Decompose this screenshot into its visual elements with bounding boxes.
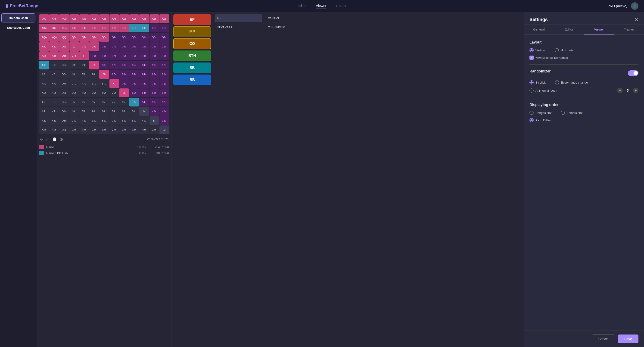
cell-A4s[interactable]: A4s <box>139 14 149 23</box>
position-CO[interactable]: CO <box>173 38 211 49</box>
cell-54s[interactable]: 54s <box>139 98 149 106</box>
cell-64o[interactable]: 64o <box>120 107 129 116</box>
cell-84s[interactable]: 84s <box>139 70 149 79</box>
cell-K6o[interactable]: K6o <box>49 88 59 97</box>
cell-74s[interactable]: 74s <box>139 79 149 88</box>
cell-T6s[interactable]: T6s <box>120 52 129 60</box>
cell-A6o[interactable]: A6o <box>39 88 49 97</box>
copy-icon[interactable]: 📋 <box>52 137 57 142</box>
cell-A8o[interactable]: A8o <box>39 70 49 79</box>
cell-Q4s[interactable]: Q4s <box>139 33 149 42</box>
cell-K9s[interactable]: K9s <box>89 24 99 32</box>
scenario-3bet-ep[interactable]: 3Bet vs EP <box>215 24 262 31</box>
cell-AJs[interactable]: AJs <box>70 14 79 23</box>
cell-AQs[interactable]: AQs <box>59 14 69 23</box>
cell-AA[interactable]: AA <box>39 14 49 23</box>
cell-J5s[interactable]: J5s <box>129 42 139 51</box>
avatar[interactable]: 👤 <box>631 2 638 10</box>
cell-AKo[interactable]: AKo <box>39 24 49 32</box>
cell-ATs[interactable]: ATs <box>79 14 89 23</box>
cell-KQs[interactable]: KQs <box>59 24 69 32</box>
tab-viewer[interactable]: Viewer <box>584 25 614 34</box>
cell-72s[interactable]: 72s <box>160 79 169 88</box>
cell-86o[interactable]: 86o <box>99 88 109 97</box>
cell-T5s[interactable]: T5s <box>129 52 139 60</box>
cell-77[interactable]: 77 <box>110 79 119 88</box>
cell-A9s[interactable]: A9s <box>89 14 99 23</box>
cell-J6s[interactable]: J6s <box>120 42 129 51</box>
cell-K3o[interactable]: K3o <box>49 116 59 125</box>
cell-T2o[interactable]: T2o <box>79 126 89 134</box>
cell-J2s[interactable]: J2s <box>160 42 169 51</box>
cell-A2s[interactable]: A2s <box>160 14 169 23</box>
cell-J3s[interactable]: J3s <box>150 42 159 51</box>
cell-73s[interactable]: 73s <box>150 79 159 88</box>
tab-trainer[interactable]: Trainer <box>614 25 644 34</box>
layout-vertical-option[interactable]: Vertical <box>530 48 546 52</box>
cell-52s[interactable]: 52s <box>160 98 169 106</box>
cell-A4o[interactable]: A4o <box>39 107 49 116</box>
cell-73o[interactable]: 73o <box>110 116 119 125</box>
shortdeck-cash-button[interactable]: Shortdeck Cash <box>2 24 36 32</box>
cell-ATo[interactable]: ATo <box>39 52 49 60</box>
cell-76o[interactable]: 76o <box>110 88 119 97</box>
cell-T2s[interactable]: T2s <box>160 52 169 60</box>
at-interval-option[interactable]: At interval (sec.) <box>530 88 557 92</box>
by-click-radio[interactable] <box>530 80 534 84</box>
cell-KK[interactable]: KK <box>49 24 59 32</box>
cell-JJ[interactable]: JJ <box>70 42 79 51</box>
position-MP[interactable]: MP <box>173 26 211 37</box>
cell-83o[interactable]: 83o <box>99 116 109 125</box>
cell-J9s[interactable]: J9s <box>89 42 99 51</box>
cell-93s[interactable]: 93s <box>150 61 159 70</box>
interval-increment-button[interactable]: + <box>633 88 638 93</box>
as-in-editor-radio[interactable] <box>530 118 534 122</box>
cell-97o[interactable]: 97o <box>89 79 99 88</box>
cell-A8s[interactable]: A8s <box>99 14 109 23</box>
cell-J4s[interactable]: J4s <box>139 42 149 51</box>
cell-92o[interactable]: 92o <box>89 126 99 134</box>
cell-A2o[interactable]: A2o <box>39 126 49 134</box>
cell-94s[interactable]: 94s <box>139 61 149 70</box>
scenario-RFI[interactable]: RFI <box>215 14 262 22</box>
cell-QJo[interactable]: QJo <box>59 42 69 51</box>
cell-T8s[interactable]: T8s <box>99 52 109 60</box>
cell-43s[interactable]: 43s <box>150 107 159 116</box>
cell-K2o[interactable]: K2o <box>49 126 59 134</box>
cell-82o[interactable]: 82o <box>99 126 109 134</box>
cell-A3s[interactable]: A3s <box>150 14 159 23</box>
cell-55[interactable]: 55 <box>129 98 139 106</box>
cell-33[interactable]: 33 <box>150 116 159 125</box>
nav-viewer[interactable]: Viewer <box>316 3 326 9</box>
cell-JTo[interactable]: JTo <box>70 52 79 60</box>
cell-97s[interactable]: 97s <box>110 61 119 70</box>
cell-72o[interactable]: 72o <box>110 126 119 134</box>
cell-K9o[interactable]: K9o <box>49 61 59 70</box>
cell-J8o[interactable]: J8o <box>70 70 79 79</box>
cell-Q9o[interactable]: Q9o <box>59 61 69 70</box>
cell-75s[interactable]: 75s <box>129 79 139 88</box>
cell-95o[interactable]: 95o <box>89 98 99 106</box>
cell-98o[interactable]: 98o <box>89 70 99 79</box>
cell-K5o[interactable]: K5o <box>49 98 59 106</box>
every-range-change-option[interactable]: Every range change <box>555 80 588 84</box>
tab-editor[interactable]: Editor <box>554 25 584 34</box>
cell-65o[interactable]: 65o <box>120 98 129 106</box>
cell-A3o[interactable]: A3o <box>39 116 49 125</box>
contrast-icon[interactable]: ◑ <box>60 137 63 142</box>
vs-squeeze[interactable]: vs Squeeze <box>266 23 299 30</box>
cell-T9o[interactable]: T9o <box>79 61 89 70</box>
cell-66[interactable]: 66 <box>120 88 129 97</box>
cell-Q5s[interactable]: Q5s <box>129 33 139 42</box>
cell-Q7s[interactable]: Q7s <box>110 33 119 42</box>
randomizer-toggle[interactable] <box>628 70 638 76</box>
cell-K3s[interactable]: K3s <box>150 24 159 32</box>
cell-96s[interactable]: 96s <box>120 61 129 70</box>
cell-86s[interactable]: 86s <box>120 70 129 79</box>
cell-82s[interactable]: 82s <box>160 70 169 79</box>
cell-Q2s[interactable]: Q2s <box>160 33 169 42</box>
cell-87s[interactable]: 87s <box>110 70 119 79</box>
cell-84o[interactable]: 84o <box>99 107 109 116</box>
cell-Q9s[interactable]: Q9s <box>89 33 99 42</box>
cell-J6o[interactable]: J6o <box>70 88 79 97</box>
